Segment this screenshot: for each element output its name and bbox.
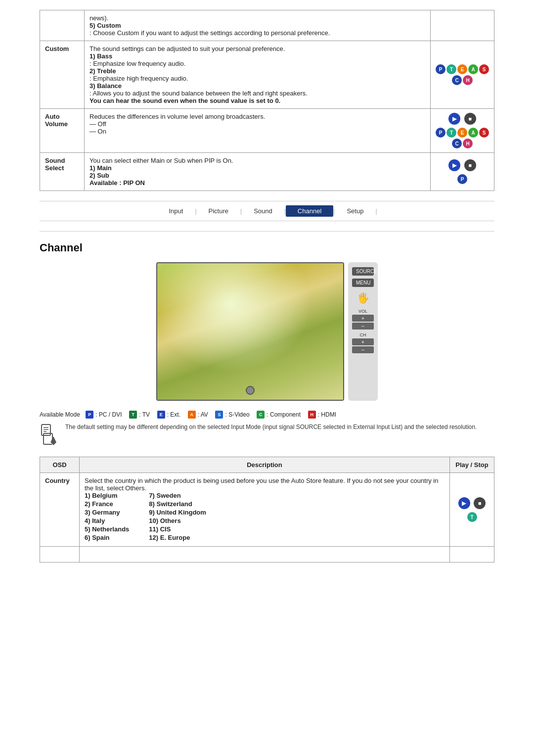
- country-item-10: 10) Others: [149, 517, 206, 524]
- mode-badge-A: A: [188, 411, 196, 419]
- nav-sep5: |: [375, 208, 377, 215]
- av-badge-P: P: [436, 128, 445, 138]
- available-mode-line: Available Mode P : PC / DVI T : TV E : E…: [40, 411, 494, 419]
- country-badge-row1: ▶ ■: [458, 497, 486, 509]
- country-badge-group: ▶ ■ T: [455, 497, 489, 522]
- auto-volume-label: AutoVolume: [40, 109, 85, 153]
- remote-hand-icon: 🖐: [357, 292, 369, 304]
- sound-select-desc: You can select either Main or Sub when P…: [89, 157, 233, 164]
- av-badge-A: A: [468, 128, 478, 138]
- country-item-9: 9) United Kingdom: [149, 509, 206, 516]
- mode-badge-T: T: [129, 411, 137, 419]
- av-badge-E: E: [457, 128, 467, 138]
- mode-badge-C: C: [257, 411, 265, 419]
- empty-icon: [450, 547, 494, 563]
- tv-screen-inner: [157, 263, 343, 400]
- country-icon-cell: ▶ ■ T: [450, 473, 494, 547]
- tv-circle: [246, 386, 255, 395]
- top-table: news). 5) Custom : Choose Custom if you …: [40, 10, 494, 191]
- tv-container: SOURCE MENU 🖐 VOL + − CH + −: [40, 262, 494, 401]
- remote-ch-plus[interactable]: +: [352, 338, 374, 345]
- remote-menu-btn[interactable]: MENU: [352, 279, 374, 287]
- mode-label-H: : HDMI: [318, 411, 336, 418]
- remote-vol-minus[interactable]: −: [352, 323, 374, 330]
- nav-input[interactable]: Input: [157, 205, 195, 217]
- bottom-table: OSD Description Play / Stop Country Sele…: [40, 457, 494, 563]
- mode-label-E: : Ext.: [167, 411, 180, 418]
- mode-label-A: : AV: [198, 411, 208, 418]
- mode-label-C: : Component: [267, 411, 301, 418]
- sound-select-main: 1) Main: [89, 164, 112, 172]
- country-intro: Select the country in which the product …: [85, 477, 438, 492]
- auto-volume-desc: Reduces the differences in volume level …: [89, 113, 265, 120]
- col-header-osd: OSD: [40, 457, 80, 473]
- nav-picture[interactable]: Picture: [197, 205, 240, 217]
- auto-volume-content: Reduces the differences in volume level …: [85, 109, 431, 153]
- country-play-badge: ▶: [458, 497, 470, 509]
- badge-E: E: [457, 64, 467, 74]
- table-row-country: Country Select the country in which the …: [40, 473, 494, 547]
- av-badge-H: H: [463, 139, 473, 148]
- mode-badge-S: S: [215, 411, 223, 419]
- custom-badge-group: P T E A S C H: [436, 64, 489, 85]
- country-description: Select the country in which the product …: [80, 473, 450, 547]
- nav-sound[interactable]: Sound: [242, 205, 284, 217]
- custom-bass-desc: : Emphasize low frequency audio.: [89, 60, 185, 67]
- nav-setup[interactable]: Setup: [335, 205, 375, 217]
- custom-balance-desc: : Allows you to adjust the sound balance…: [89, 90, 308, 97]
- country-item-4: 4) Italy: [85, 517, 129, 524]
- empty-description: [80, 547, 450, 563]
- country-col1: 1) Belgium 2) France 3) Germany 4) Italy…: [85, 492, 129, 542]
- mode-label-T: : TV: [139, 411, 150, 418]
- country-item-8: 8) Switzerland: [149, 500, 206, 508]
- ss-stop-badge: ■: [464, 159, 476, 171]
- av-stop-badge: ■: [464, 113, 476, 125]
- nav-channel[interactable]: Channel: [286, 205, 333, 217]
- badge-S: S: [479, 64, 489, 74]
- remote-vol-plus[interactable]: +: [352, 315, 374, 322]
- custom-icon-cell: P T E A S C H: [431, 41, 494, 109]
- country-item-2: 2) France: [85, 500, 129, 508]
- country-badge-T: T: [467, 512, 477, 522]
- mode-badge-P: P: [86, 411, 93, 419]
- av-badge-row2: P T E A S: [436, 128, 489, 138]
- col-header-playstop: Play / Stop: [450, 457, 494, 473]
- remote-source-btn[interactable]: SOURCE: [352, 267, 374, 276]
- av-badge-row3: C H: [452, 139, 473, 148]
- av-badge-C: C: [452, 139, 462, 148]
- country-item-1: 1) Belgium: [85, 492, 129, 499]
- custom-note: You can hear the sound even when the sou…: [89, 97, 280, 104]
- av-play-badge: ▶: [448, 113, 460, 125]
- country-badge-row2: T: [467, 512, 477, 522]
- country-item-6: 6) Spain: [85, 534, 129, 541]
- ss-badge-row2: P: [457, 174, 467, 184]
- remote-ch-row: CH + −: [352, 332, 374, 353]
- custom-label: Custom: [40, 41, 85, 109]
- intro-bold: 5) Custom: [89, 22, 121, 29]
- table-row-sound-select: SoundSelect You can select either Main o…: [40, 153, 494, 191]
- ss-badge-group: ▶ ■ P: [436, 159, 489, 184]
- available-mode-label: Available Mode: [40, 411, 80, 418]
- ss-badge-P: P: [457, 174, 467, 184]
- auto-volume-icon-cell: ▶ ■ P T E A S C H: [431, 109, 494, 153]
- country-item-3: 3) Germany: [85, 509, 129, 516]
- auto-volume-on: ― On: [89, 128, 106, 135]
- auto-volume-off: ― Off: [89, 120, 106, 128]
- tv-remote: SOURCE MENU 🖐 VOL + − CH + −: [348, 262, 378, 401]
- mode-label-P: : PC / DVI: [95, 411, 122, 418]
- tv-screen: [156, 262, 344, 401]
- custom-badge-row2: C H: [452, 75, 473, 85]
- remote-ch-minus[interactable]: −: [352, 346, 374, 353]
- custom-intro: The sound settings can be adjusted to su…: [89, 45, 285, 52]
- country-item-12: 12) E. Europe: [149, 534, 206, 541]
- mode-label-S: : S-Video: [225, 411, 249, 418]
- sound-select-label: SoundSelect: [40, 153, 85, 191]
- nav-bar: Input | Picture | Sound | Channel | Setu…: [40, 201, 494, 221]
- auto-volume-badge-group: ▶ ■ P T E A S C H: [436, 113, 489, 148]
- empty-osd: [40, 547, 80, 563]
- custom-treble: 2) Treble: [89, 67, 116, 75]
- note-text: The default setting may be different dep…: [65, 424, 477, 430]
- custom-badge-row1: P T E A S: [436, 64, 489, 74]
- av-badge-T: T: [446, 128, 456, 138]
- custom-bass: 1) Bass: [89, 52, 112, 60]
